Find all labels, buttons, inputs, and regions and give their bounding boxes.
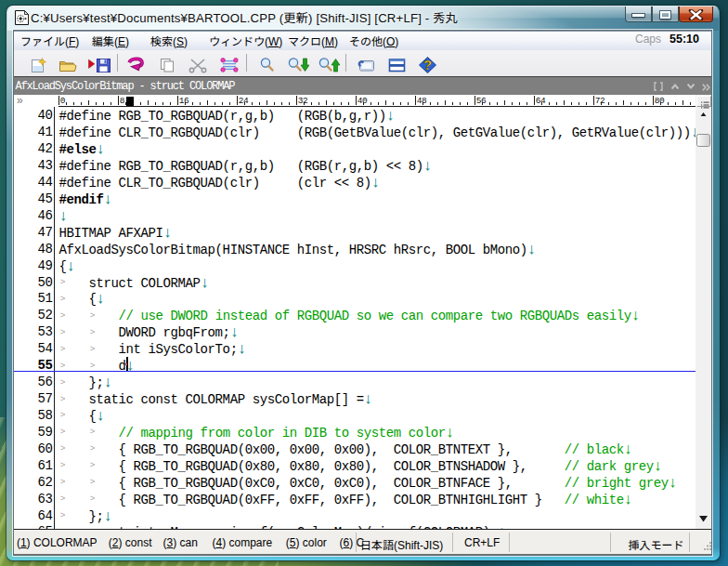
svg-text:?: ? xyxy=(423,57,432,72)
